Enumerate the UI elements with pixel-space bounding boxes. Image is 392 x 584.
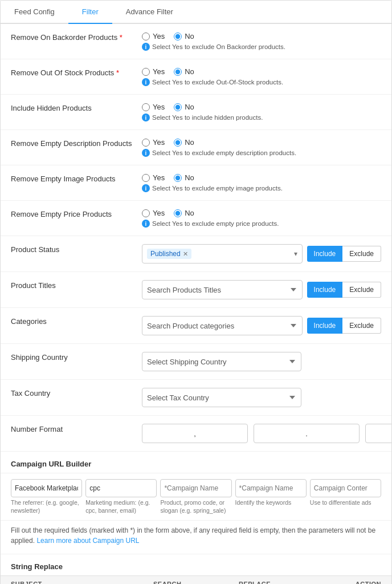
radio-include-hidden-yes-input[interactable] [142, 103, 150, 111]
label-categories: Categories [11, 316, 142, 326]
categories-exclude-button[interactable]: Exclude [342, 318, 381, 334]
label-remove-empty-price: Remove Empty Price Products [11, 209, 142, 218]
row-include-hidden: Include Hidden Products Yes No i Select … [1, 95, 391, 130]
radio-backorder-no-input[interactable] [174, 33, 182, 40]
campaign-field-source: The referrer: (e.g. google, newsletter) [11, 479, 82, 514]
radio-empty-image-yes[interactable]: Yes [142, 173, 165, 182]
tab-feed-config[interactable]: Feed Config [1, 1, 68, 24]
control-remove-empty-price: Yes No i Select Yes to exclude empty pri… [142, 209, 381, 228]
radio-empty-image-yes-input[interactable] [142, 174, 150, 182]
info-icon-4: i [142, 149, 150, 157]
campaign-medium-input[interactable] [85, 479, 157, 497]
radio-empty-price-no[interactable]: No [174, 209, 194, 217]
control-tax-country: Select Tax Country [142, 388, 381, 407]
control-shipping-country: Select Shipping Country [142, 352, 381, 371]
info-icon: i [142, 43, 150, 51]
campaign-name1-hint: Product, promo code, or slogan (e.g. spr… [160, 499, 231, 514]
radio-empty-desc-yes-input[interactable] [142, 139, 150, 147]
campaign-field-content: Use to differentiate ads [310, 479, 381, 514]
form-body: Remove On Backorder Products * Yes No i … [1, 24, 391, 584]
required-star-2: * [116, 68, 119, 77]
label-remove-backorder: Remove On Backorder Products * [11, 32, 142, 42]
radio-backorder-no[interactable]: No [174, 32, 194, 40]
radio-out-of-stock-no[interactable]: No [174, 67, 194, 76]
number-format-input-3[interactable] [365, 424, 392, 443]
radio-empty-desc-no-input[interactable] [174, 139, 182, 147]
number-format-input-2[interactable] [254, 424, 360, 443]
campaign-source-input[interactable] [11, 479, 82, 497]
col-header-subject: SUBJECT [11, 581, 153, 584]
product-status-row: Published ✕ ▾ Include Exclude [142, 244, 381, 263]
shipping-country-select[interactable]: Select Shipping Country [142, 352, 301, 371]
tab-filter[interactable]: Filter [68, 1, 112, 24]
radio-backorder-yes-input[interactable] [142, 33, 150, 40]
campaign-notice: Fill out the required fields (marked wit… [1, 521, 391, 554]
hint-empty-price: i Select Yes to exclude empty price prod… [142, 220, 381, 228]
tab-bar: Feed Config Filter Advance Filter [1, 1, 391, 24]
radio-empty-desc-no[interactable]: No [174, 138, 194, 147]
shipping-country-select-box: Select Shipping Country [142, 352, 301, 371]
label-remove-empty-description: Remove Empty Description Products [11, 138, 142, 148]
label-tax-country: Tax Country [11, 388, 142, 398]
label-shipping-country: Shipping Country [11, 352, 142, 362]
campaign-content-input[interactable] [310, 479, 381, 497]
campaign-source-hint: The referrer: (e.g. google, newsletter) [11, 499, 82, 514]
product-titles-select[interactable]: Search Products Titles [142, 280, 303, 299]
campaign-name1-input[interactable] [160, 479, 231, 497]
row-number-format: Number Format [1, 416, 391, 452]
label-number-format: Number Format [11, 424, 142, 433]
product-titles-include-button[interactable]: Include [307, 282, 343, 298]
label-product-status: Product Status [11, 244, 142, 254]
radio-empty-price-yes-input[interactable] [142, 209, 150, 217]
radio-empty-price-no-input[interactable] [174, 209, 182, 217]
product-status-select[interactable]: Published ✕ ▾ [142, 244, 303, 263]
tab-advance-filter[interactable]: Advance Filter [112, 1, 187, 24]
learn-more-link[interactable]: Learn more about Campaign URL [36, 537, 139, 545]
control-include-hidden: Yes No i Select Yes to include hidden pr… [142, 103, 381, 121]
radio-include-hidden-no[interactable]: No [174, 103, 194, 111]
row-shipping-country: Shipping Country Select Shipping Country [1, 344, 391, 380]
hint-out-of-stock: i Select Yes to exclude Out-Of-Stock pro… [142, 78, 381, 86]
campaign-url-builder-header: Campaign URL Builder [1, 452, 391, 473]
tax-country-select[interactable]: Select Tax Country [142, 388, 301, 407]
radio-empty-desc-yes[interactable]: Yes [142, 138, 165, 147]
categories-select[interactable]: Search Product categories [142, 316, 303, 335]
product-titles-row: Search Products Titles Include Exclude [142, 280, 381, 299]
product-status-exclude-button[interactable]: Exclude [342, 246, 381, 262]
row-tax-country: Tax Country Select Tax Country [1, 380, 391, 416]
info-icon-6: i [142, 220, 150, 228]
radio-include-hidden-yes[interactable]: Yes [142, 103, 165, 111]
categories-btn-group: Include Exclude [307, 318, 381, 334]
radio-empty-image-no-input[interactable] [174, 174, 182, 182]
remove-published-tag[interactable]: ✕ [183, 250, 188, 258]
product-titles-exclude-button[interactable]: Exclude [342, 282, 381, 298]
radio-group-empty-price: Yes No [142, 209, 381, 217]
col-header-replace: REPLACE [239, 581, 324, 584]
control-remove-empty-image: Yes No i Select Yes to exclude empty ima… [142, 173, 381, 192]
published-tag: Published ✕ [147, 249, 191, 259]
control-product-status: Published ✕ ▾ Include Exclude [142, 244, 381, 263]
radio-empty-price-yes[interactable]: Yes [142, 209, 165, 217]
control-remove-backorder: Yes No i Select Yes to exclude On Backor… [142, 32, 381, 51]
label-product-titles: Product Titles [11, 280, 142, 290]
categories-row: Search Product categories Include Exclud… [142, 316, 381, 335]
radio-empty-image-no[interactable]: No [174, 173, 194, 182]
product-titles-select-box: Search Products Titles [142, 280, 303, 299]
campaign-inputs: The referrer: (e.g. google, newsletter) … [1, 473, 391, 521]
radio-include-hidden-no-input[interactable] [174, 103, 182, 111]
control-remove-empty-description: Yes No i Select Yes to exclude empty des… [142, 138, 381, 157]
radio-backorder-yes[interactable]: Yes [142, 32, 165, 40]
radio-group-empty-image: Yes No [142, 173, 381, 182]
categories-include-button[interactable]: Include [307, 318, 343, 334]
product-status-include-button[interactable]: Include [307, 246, 343, 262]
radio-out-of-stock-yes[interactable]: Yes [142, 67, 165, 76]
radio-out-of-stock-no-input[interactable] [174, 68, 182, 76]
campaign-name2-input[interactable] [235, 479, 307, 497]
campaign-field-name2: Identify the keywords [235, 479, 307, 514]
radio-group-empty-desc: Yes No [142, 138, 381, 147]
number-format-row [142, 424, 392, 443]
radio-out-of-stock-yes-input[interactable] [142, 68, 150, 76]
row-remove-empty-price: Remove Empty Price Products Yes No i Sel… [1, 201, 391, 236]
product-titles-btn-group: Include Exclude [307, 282, 381, 298]
number-format-input-1[interactable] [142, 424, 248, 443]
